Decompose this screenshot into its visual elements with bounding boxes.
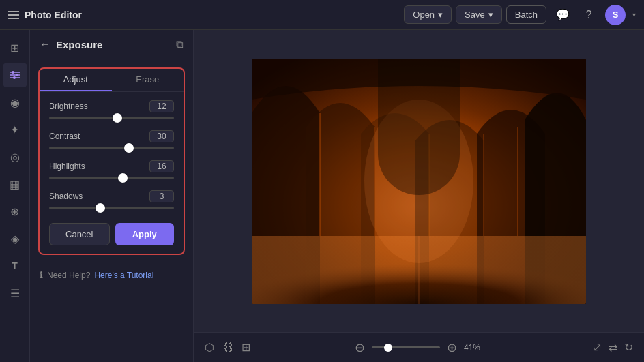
sidebar-item-grid[interactable]: ⊞: [3, 35, 27, 60]
sidebar-icons: ⊞ ◉ ✦ ◎ ▦ ⊕ ◈ T ☰: [0, 30, 30, 362]
cancel-button[interactable]: Cancel: [49, 223, 110, 245]
shadows-label-row: Shadows 3: [49, 190, 174, 202]
sidebar-item-adjustments[interactable]: [3, 63, 27, 87]
topbar-center: Open ▾ Save ▾ Batch: [404, 5, 546, 24]
app-title: Photo Editor: [25, 10, 82, 20]
shadows-row: Shadows 3: [49, 190, 174, 209]
panel-save-icon[interactable]: ⧉: [176, 38, 184, 50]
back-arrow-icon[interactable]: ←: [40, 38, 50, 50]
expand-icon[interactable]: ⇄: [609, 341, 617, 354]
brightness-row: Brightness 12: [49, 100, 174, 119]
sidebar-item-objects[interactable]: ⊕: [3, 199, 27, 224]
zoom-slider[interactable]: [372, 346, 440, 348]
topbar-right: 💬 ? S ▾: [553, 5, 636, 25]
contrast-label: Contrast: [49, 132, 80, 141]
link-icon[interactable]: ⛓: [222, 342, 233, 354]
batch-button[interactable]: Batch: [506, 5, 546, 24]
panel-buttons: Cancel Apply: [40, 217, 184, 254]
tabs: Adjust Erase: [40, 69, 184, 92]
highlights-label-row: Highlights 16: [49, 160, 174, 172]
sidebar-item-effects[interactable]: ✦: [3, 117, 27, 142]
bottombar-center: ⊖ ⊕ 41%: [259, 340, 585, 355]
highlights-label: Highlights: [49, 162, 85, 171]
canvas-area: ⬡ ⛓ ⊞ ⊖ ⊕ 41% ⤢ ⇄ ↻: [194, 30, 644, 362]
panel-header: ← Exposure ⧉: [30, 30, 193, 59]
zoom-slider-thumb[interactable]: [384, 344, 392, 352]
sliders-area: Brightness 12 Contrast 30 High: [40, 92, 184, 217]
sidebar-item-text[interactable]: T: [3, 254, 27, 278]
help-link[interactable]: Here's a Tutorial: [94, 271, 153, 280]
svg-point-1: [12, 71, 14, 74]
layers-bottom-icon[interactable]: ⬡: [205, 341, 214, 354]
zoom-value: 41%: [464, 343, 488, 352]
tab-erase[interactable]: Erase: [112, 69, 184, 91]
canvas-content: [194, 30, 644, 332]
panel-title: Exposure: [56, 39, 171, 50]
chat-icon[interactable]: 💬: [553, 5, 572, 25]
sidebar-item-view[interactable]: ◉: [3, 90, 27, 115]
save-button[interactable]: Save ▾: [456, 5, 502, 24]
highlights-row: Highlights 16: [49, 160, 174, 179]
exposure-box: Adjust Erase Brightness 12: [38, 67, 185, 255]
sidebar-item-more[interactable]: ☰: [3, 281, 27, 305]
save-chevron-icon: ▾: [488, 10, 493, 20]
topbar: Photo Editor Open ▾ Save ▾ Batch 💬 ? S ▾: [0, 0, 644, 30]
contrast-row: Contrast 30: [49, 130, 174, 149]
apply-button[interactable]: Apply: [115, 223, 175, 245]
photo-svg: [252, 59, 586, 304]
svg-point-3: [16, 74, 18, 76]
shadows-label: Shadows: [49, 192, 83, 201]
grid-bottom-icon[interactable]: ⊞: [241, 341, 250, 354]
help-icon[interactable]: ?: [579, 5, 598, 25]
sidebar-item-export[interactable]: ◈: [3, 226, 27, 251]
sidebar-item-retouch[interactable]: ◎: [3, 145, 27, 169]
help-text: Need Help?: [47, 271, 90, 280]
batch-label: Batch: [515, 10, 538, 20]
bottombar-right: ⤢ ⇄ ↻: [593, 341, 633, 354]
bottombar-left: ⬡ ⛓ ⊞: [205, 341, 250, 354]
open-chevron-icon: ▾: [438, 10, 443, 20]
brightness-value[interactable]: 12: [149, 100, 174, 112]
info-icon: ℹ: [40, 270, 43, 280]
save-label: Save: [465, 10, 485, 20]
zoom-out-button[interactable]: ⊖: [355, 340, 365, 355]
svg-point-5: [13, 76, 16, 79]
main-area: ⊞ ◉ ✦ ◎ ▦ ⊕ ◈ T ☰ ← Exposure ⧉: [0, 30, 644, 362]
fit-icon[interactable]: ⤢: [593, 341, 602, 354]
brightness-slider[interactable]: [49, 117, 174, 119]
avatar[interactable]: S: [605, 5, 626, 25]
open-label: Open: [413, 10, 435, 20]
bottombar: ⬡ ⛓ ⊞ ⊖ ⊕ 41% ⤢ ⇄ ↻: [194, 332, 644, 362]
tab-adjust[interactable]: Adjust: [40, 69, 112, 91]
shadows-value[interactable]: 3: [149, 190, 174, 202]
adjustments-icon: [9, 69, 21, 81]
avatar-chevron-icon[interactable]: ▾: [632, 11, 636, 18]
open-button[interactable]: Open ▾: [404, 5, 452, 24]
topbar-left: Photo Editor: [8, 10, 397, 20]
contrast-slider[interactable]: [49, 147, 174, 149]
shadows-slider[interactable]: [49, 207, 174, 209]
exposure-panel: ← Exposure ⧉ Adjust Erase Brightness 12: [30, 30, 194, 362]
highlights-slider[interactable]: [49, 177, 174, 179]
brightness-label: Brightness: [49, 102, 88, 111]
brightness-label-row: Brightness 12: [49, 100, 174, 112]
photo-canvas[interactable]: [252, 59, 586, 304]
rotate-icon[interactable]: ↻: [624, 341, 633, 354]
svg-point-9: [364, 100, 473, 263]
highlights-value[interactable]: 16: [149, 160, 174, 172]
sidebar-item-layers[interactable]: ▦: [3, 172, 27, 196]
zoom-in-button[interactable]: ⊕: [447, 340, 457, 355]
menu-icon[interactable]: [8, 11, 19, 19]
help-row: ℹ Need Help? Here's a Tutorial: [30, 263, 193, 287]
contrast-value[interactable]: 30: [149, 130, 174, 142]
contrast-label-row: Contrast 30: [49, 130, 174, 142]
